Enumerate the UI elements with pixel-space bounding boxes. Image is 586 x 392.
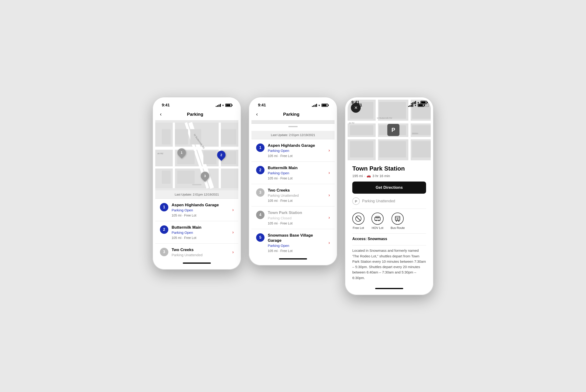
- chevron-1-2: ›: [232, 230, 234, 235]
- amenity-free-lot: Free Lot: [352, 212, 364, 230]
- status-icons-1: ▾: [216, 104, 232, 107]
- svg-point-50: [396, 220, 397, 222]
- parking-distance-2-4: 105 mi · Free Lot: [268, 222, 325, 225]
- map-peek-2[interactable]: [251, 120, 335, 124]
- detail-distance-3: 195 mi · 🚗 3 hr 16 min: [352, 174, 426, 178]
- status-time-1: 9:41: [162, 103, 170, 108]
- svg-rect-8: [162, 129, 170, 145]
- nav-header-1: ‹ Parking: [155, 110, 238, 120]
- parking-name-2-4: Town Park Station: [268, 210, 325, 215]
- parking-distance-2-2: 105 mi · Free Lot: [268, 176, 325, 180]
- parking-distance-2-1: 105 mi · Free Lot: [268, 154, 325, 158]
- parking-item-2-1[interactable]: 1 Aspen Highlands Garage Parking Open 10…: [251, 139, 335, 162]
- detail-access-label: Access: Snowmass: [352, 237, 426, 241]
- parking-status-2-5: Parking Open: [268, 244, 325, 248]
- parking-item-1-1[interactable]: 1 Aspen Highlands Garage Parking Open 10…: [155, 199, 238, 221]
- map-area-1[interactable]: W Buttermilk Rd ek Rd 1 2: [155, 120, 238, 190]
- parking-list-2: 1 Aspen Highlands Garage Parking Open 10…: [251, 139, 335, 256]
- map-svg-1: W Buttermilk Rd ek Rd: [155, 120, 238, 190]
- parking-status-1-1: Parking Open: [172, 208, 229, 212]
- amenities-row-3: Free Lot: [352, 209, 426, 234]
- svg-rect-30: [350, 141, 373, 158]
- svg-rect-4: [155, 147, 238, 150]
- p-badge-3: P: [352, 198, 360, 205]
- parking-distance-1-1: 105 mi · Free Lot: [172, 214, 229, 217]
- get-directions-button[interactable]: Get Directions: [352, 182, 426, 194]
- free-lot-label: Free Lot: [353, 226, 364, 230]
- chevron-2-2: ›: [328, 170, 330, 175]
- chevron-2-4: ›: [328, 215, 330, 220]
- parking-num-2-2: 2: [256, 166, 265, 174]
- back-button-2[interactable]: ‹: [256, 111, 258, 117]
- parking-status-2-4: Parking Closed: [268, 216, 325, 220]
- parking-item-2-4[interactable]: 4 Town Park Station Parking Closed 105 m…: [251, 206, 335, 229]
- chevron-2-3: ›: [328, 193, 330, 198]
- svg-point-43: [376, 220, 377, 221]
- parking-info-2-2: Buttermilk Main Parking Open 105 mi · Fr…: [268, 166, 325, 180]
- access-value: Snowmass: [368, 237, 387, 241]
- map-drag-handle-1[interactable]: [192, 184, 202, 185]
- parking-info-1-1: Aspen Highlands Garage Parking Open 105 …: [172, 202, 229, 217]
- detail-description-3: Located in Snowmass and formerly named '…: [352, 248, 426, 280]
- chevron-1-3: ›: [232, 250, 234, 254]
- parking-item-2-5[interactable]: 5 Snowmass Base Village Garage Parking O…: [251, 229, 335, 256]
- parking-info-2-1: Aspen Highlands Garage Parking Open 105 …: [268, 143, 325, 158]
- map-marker-1[interactable]: 1: [177, 148, 186, 157]
- svg-rect-21: [348, 137, 431, 139]
- free-lot-icon: [352, 212, 364, 225]
- map-marker-2[interactable]: 2: [217, 151, 226, 159]
- map-marker-3[interactable]: 3: [201, 172, 209, 180]
- page-title-1: Parking: [163, 112, 227, 117]
- parking-num-1-1: 1: [160, 203, 168, 212]
- bus-route-label: Bus Route: [391, 226, 405, 230]
- svg-rect-13: [162, 171, 170, 184]
- distance-value-3: 195 mi: [352, 174, 363, 178]
- parking-item-2-2[interactable]: 2 Buttermilk Main Parking Open 105 mi · …: [251, 162, 335, 184]
- parking-name-1-2: Buttermilk Main: [172, 225, 229, 230]
- back-button-1[interactable]: ‹: [160, 111, 162, 117]
- svg-rect-5: [155, 166, 238, 168]
- parking-num-2-1: 1: [256, 144, 265, 152]
- parking-item-1-3[interactable]: 3 Two Creeks Parking Unattended ›: [155, 244, 238, 261]
- parking-name-2-3: Two Creeks: [268, 188, 325, 193]
- phone-3: 9:41 ▾ 9:41: [345, 97, 433, 295]
- svg-line-40: [356, 216, 360, 221]
- chevron-2-1: ›: [328, 148, 330, 153]
- svg-text:2600m: 2600m: [412, 132, 418, 135]
- parking-distance-2-5: 105 mi · Free Lot: [268, 249, 325, 253]
- parking-info-1-3: Two Creeks Parking Unattended: [172, 247, 229, 257]
- parking-num-2-3: 3: [256, 188, 265, 197]
- detail-map-3[interactable]: 9:41 ▾: [348, 100, 431, 160]
- sheet-handle-2[interactable]: [288, 126, 298, 127]
- amenity-bus-route: Bus Route: [391, 212, 405, 230]
- parking-unattended-label-3: Parking Unattended: [362, 199, 395, 203]
- parking-item-2-3[interactable]: 3 Two Creeks Parking Unattended 105 mi ·…: [251, 184, 335, 206]
- parking-info-1-2: Buttermilk Main Parking Open 105 mi · Fr…: [172, 225, 229, 240]
- signal-bars-2: [312, 104, 317, 107]
- svg-text:W Buttermilk Rd: W Buttermilk Rd: [377, 117, 392, 119]
- parking-num-2-4: 4: [256, 211, 265, 219]
- last-update-1: Last Update: 2:01pm 12/19/2021: [155, 190, 238, 199]
- access-heading: Access:: [352, 237, 367, 241]
- map-parking-marker-3: P: [387, 124, 399, 136]
- parking-name-1-1: Aspen Highlands Garage: [172, 202, 229, 208]
- parking-name-1-3: Two Creeks: [172, 247, 229, 252]
- svg-rect-28: [350, 125, 373, 135]
- svg-rect-6: [173, 123, 175, 188]
- parking-distance-1-2: 105 mi · Free Lot: [172, 236, 229, 240]
- status-bar-2: 9:41 ▾: [251, 100, 335, 110]
- amenity-hov-lot: HOV Lot: [371, 212, 384, 230]
- parking-item-1-2[interactable]: 2 Buttermilk Main Parking Open 105 mi · …: [155, 221, 238, 244]
- detail-access-section: Access: Snowmass: [352, 234, 426, 246]
- svg-rect-16: [221, 129, 236, 145]
- svg-point-44: [378, 220, 380, 221]
- battery-icon-2: [321, 104, 328, 107]
- parking-name-2-5: Snowmass Base Village Garage: [268, 233, 325, 243]
- parking-list-1: 1 Aspen Highlands Garage Parking Open 10…: [155, 199, 238, 261]
- close-button-3[interactable]: ✕: [351, 103, 361, 113]
- parking-num-1-2: 2: [160, 226, 168, 234]
- svg-rect-14: [177, 171, 195, 184]
- detail-content-3: Town Park Station 195 mi · 🚗 3 hr 16 min…: [348, 160, 431, 285]
- last-update-2: Last Update: 2:01pm 12/19/2021: [251, 131, 335, 139]
- parking-info-2-3: Two Creeks Parking Unattended 105 mi · F…: [268, 188, 325, 202]
